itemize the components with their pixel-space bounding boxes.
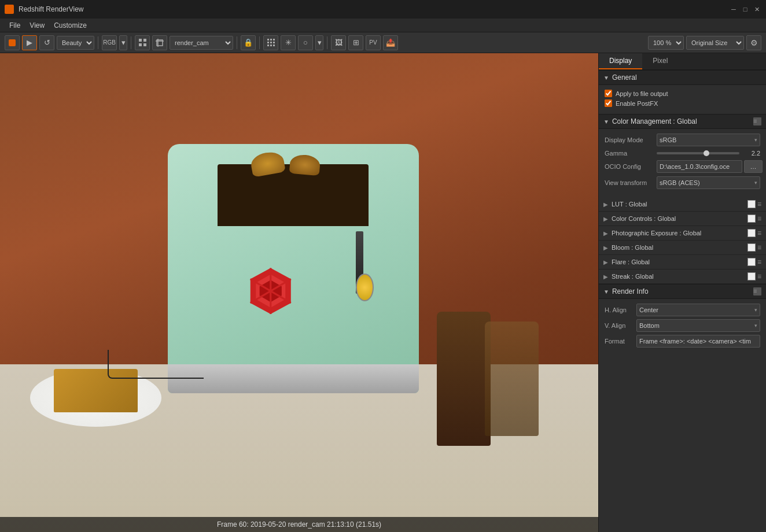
svg-rect-0 [9, 39, 16, 46]
h-align-label: H. Align [605, 306, 636, 313]
section-bloom-header[interactable]: ▶ Bloom : Global ≡ [599, 241, 766, 255]
lut-menu-icon[interactable]: ≡ [757, 200, 761, 208]
camera-select[interactable]: render_cam [170, 36, 233, 50]
gamma-slider[interactable] [657, 152, 739, 154]
streak-title: Streak : Global [612, 273, 747, 280]
ocio-row: OCIO Config … [605, 160, 760, 173]
tab-pixel[interactable]: Pixel [642, 53, 678, 69]
gamma-slider-thumb[interactable] [704, 150, 709, 156]
circle-dropdown[interactable]: ▾ [315, 35, 323, 50]
crop-button[interactable] [152, 35, 167, 50]
v-align-arrow: ▾ [754, 323, 757, 328]
apply-to-file-checkbox[interactable] [605, 90, 612, 97]
rgb-button[interactable]: RGB [102, 35, 117, 50]
render-status-bar: Frame 60: 2019-05-20 render_cam 21:13:10… [0, 517, 598, 532]
general-section-title: General [612, 73, 761, 82]
titlebar: Redshift RenderView ─ □ ✕ [0, 0, 766, 19]
ocio-browse-button[interactable]: … [744, 160, 763, 173]
menu-file[interactable]: File [5, 20, 25, 31]
color-management-title: Color Management : Global [612, 117, 753, 125]
photo-exposure-menu-icon[interactable]: ≡ [757, 229, 761, 237]
h-align-arrow: ▾ [754, 307, 757, 313]
render-info-menu-icon[interactable]: ≡ [753, 287, 761, 295]
display-mode-row: Display Mode sRGB ▾ [605, 134, 760, 146]
plus-button[interactable]: ⊞ [348, 35, 363, 50]
menu-view[interactable]: View [25, 20, 49, 31]
general-section-body: Apply to file output Enable PostFX [599, 85, 766, 114]
play-button[interactable]: ▶ [22, 35, 37, 50]
close-button[interactable]: ✕ [752, 5, 761, 14]
enable-postfx-row: Enable PostFX [605, 99, 760, 107]
divider5 [327, 36, 327, 49]
channel-arrow[interactable]: ▾ [119, 35, 127, 50]
view-transform-dropdown[interactable]: sRGB (ACES) ▾ [657, 176, 760, 189]
streak-arrow-icon: ▶ [603, 274, 608, 280]
display-mode-arrow: ▾ [754, 137, 757, 143]
render-knob [356, 274, 373, 301]
svg-rect-12 [270, 42, 272, 43]
tab-display[interactable]: Display [599, 53, 642, 69]
export-button[interactable]: 📤 [383, 35, 398, 50]
section-streak-header[interactable]: ▶ Streak : Global ≡ [599, 269, 766, 284]
enable-postfx-label: Enable PostFX [616, 100, 658, 107]
render-info-body: H. Align Center ▾ V. Align Bottom ▾ [599, 299, 766, 352]
svg-rect-4 [143, 43, 146, 46]
flare-menu-icon[interactable]: ≡ [757, 258, 761, 266]
section-general-header[interactable]: ▼ General [599, 70, 766, 85]
h-align-select[interactable]: Center ▾ [636, 304, 760, 316]
panel-content: ▼ General Apply to file output Enable Po… [599, 70, 766, 532]
refresh-button[interactable]: ↺ [39, 35, 54, 50]
render-bread1 [249, 150, 286, 178]
ocio-input[interactable] [657, 160, 742, 173]
mosaic-button[interactable] [263, 35, 278, 50]
apply-to-file-label: Apply to file output [616, 90, 668, 97]
section-photographic-exposure-header[interactable]: ▶ Photographic Exposure : Global ≡ [599, 226, 766, 241]
zoom-select[interactable]: 100 % [648, 36, 684, 50]
pv-button[interactable]: PV [366, 35, 381, 50]
circle-button[interactable]: ○ [298, 35, 313, 50]
zoom-mode-select[interactable]: Original Size [686, 36, 744, 50]
section-lut-header[interactable]: ▶ LUT : Global ≡ [599, 197, 766, 212]
format-input[interactable] [636, 335, 760, 348]
section-color-controls-header[interactable]: ▶ Color Controls : Global ≡ [599, 212, 766, 226]
maximize-button[interactable]: □ [741, 5, 750, 14]
render-pepper2 [485, 322, 539, 437]
toolbar-icon-app[interactable] [5, 35, 20, 50]
v-align-row: V. Align Bottom ▾ [605, 319, 760, 332]
section-flare-header[interactable]: ▶ Flare : Global ≡ [599, 255, 766, 269]
display-mode-label: Display Mode [605, 136, 657, 143]
render-status-text: Frame 60: 2019-05-20 render_cam 21:13:10… [217, 520, 381, 529]
menubar: File View Customize [0, 19, 766, 32]
beauty-select[interactable]: Beauty [57, 36, 94, 50]
minimize-button[interactable]: ─ [729, 5, 738, 14]
settings-button[interactable]: ⚙ [746, 35, 761, 50]
lut-arrow-icon: ▶ [603, 201, 608, 208]
flare-arrow-icon: ▶ [603, 259, 608, 265]
render-bread-slot [218, 164, 369, 227]
image-button[interactable]: 🖼 [331, 35, 346, 50]
bloom-arrow-icon: ▶ [603, 245, 608, 251]
menu-customize[interactable]: Customize [49, 20, 91, 31]
streak-icons: ≡ [747, 272, 761, 280]
color-management-menu-icon[interactable]: ≡ [753, 117, 761, 125]
lock-button[interactable]: 🔒 [241, 35, 256, 50]
general-arrow-icon: ▼ [603, 75, 609, 81]
svg-rect-9 [270, 39, 272, 40]
svg-rect-10 [273, 39, 275, 40]
grid-button[interactable] [135, 35, 150, 50]
bloom-menu-icon[interactable]: ≡ [757, 243, 761, 252]
render-cord [108, 350, 203, 379]
color-controls-white-square [747, 215, 756, 223]
format-row: Format [605, 335, 760, 348]
section-render-info-header[interactable]: ▼ Render Info ≡ [599, 284, 766, 299]
view-transform-row: View transform sRGB (ACES) ▾ [605, 176, 760, 189]
streak-menu-icon[interactable]: ≡ [757, 272, 761, 280]
color-controls-menu-icon[interactable]: ≡ [757, 215, 761, 223]
enable-postfx-checkbox[interactable] [605, 99, 612, 107]
right-panel: Display Pixel ▼ General Apply to file ou… [598, 53, 766, 532]
asterisk-button[interactable]: ✳ [281, 35, 296, 50]
v-align-select[interactable]: Bottom ▾ [636, 319, 760, 332]
svg-rect-8 [267, 39, 269, 40]
display-mode-dropdown[interactable]: sRGB ▾ [657, 134, 760, 146]
section-color-management-header[interactable]: ▼ Color Management : Global ≡ [599, 114, 766, 129]
